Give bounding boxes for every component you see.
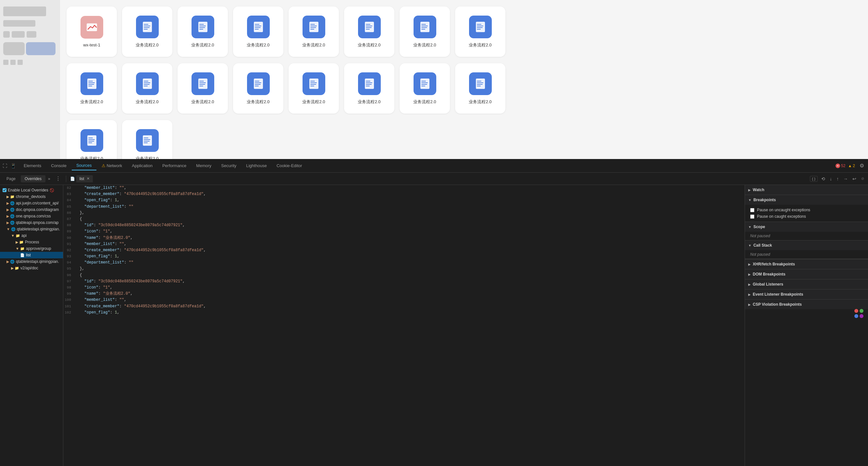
tree-folder-api[interactable]: ▼ 📁 api — [0, 232, 63, 239]
pause-uncaught-option[interactable]: Pause on uncaught exceptions — [750, 207, 863, 213]
app-card-row2-5[interactable]: 业务流程2.0 — [288, 63, 339, 114]
app-card-row2-7[interactable]: 业务流程2.0 — [400, 63, 450, 114]
tree-folder-approve-group[interactable]: ▼ 📁 approve/group — [0, 245, 63, 252]
breakpoints-options: Pause on uncaught exceptions Pause on ca… — [745, 205, 868, 222]
tree-globe-one[interactable]: ▶ 🌐 one.qmpoa.com/css — [0, 213, 63, 219]
flow-icon-r2-8 — [469, 72, 492, 95]
pause-uncaught-checkbox[interactable] — [750, 208, 754, 212]
flow-label-r1-7: 业务流程2.0 — [413, 42, 436, 48]
devtools-settings-icon[interactable]: ⚙ — [858, 161, 865, 170]
toolbar-divider — [66, 176, 66, 182]
file-tree-panel: Enable Local Overrides 🚫 ▶ 📁 chrome_devt… — [0, 185, 63, 466]
svg-rect-56 — [309, 79, 318, 89]
warning-count[interactable]: ▲ 2 — [848, 163, 855, 168]
breakpoints-header[interactable]: ▼ Breakpoints — [745, 195, 868, 205]
svg-rect-16 — [309, 22, 318, 32]
global-listeners-header[interactable]: ▶ Global Listeners — [745, 279, 868, 289]
app-card-wx-test-1[interactable]: wx-test-1 — [66, 6, 117, 57]
app-card-row2-8[interactable]: 业务流程2.0 — [455, 63, 505, 114]
globe-label-doc: doc.qmpoa.com/diagram — [16, 207, 59, 212]
flow-label-r2-5: 业务流程2.0 — [302, 99, 325, 105]
svg-rect-46 — [198, 79, 208, 89]
csp-header[interactable]: ▶ CSP Violation Breakpoints — [745, 299, 868, 309]
error-count[interactable]: ✕ 52 — [836, 163, 845, 168]
globe-label-qtabletestapi: qtabletestapi.qimingpian. — [17, 227, 60, 231]
secondary-tab-page[interactable]: Page — [3, 175, 20, 182]
app-card-row1-4[interactable]: 业务流程2.0 — [233, 6, 283, 57]
call-stack-title: Call Stack — [753, 243, 772, 248]
app-card-row1-6[interactable]: 业务流程2.0 — [344, 6, 394, 57]
tab-elements[interactable]: Elements — [19, 161, 46, 170]
call-stack-header[interactable]: ▼ Call Stack — [745, 241, 868, 250]
code-line-91: 91 "member_list": "", — [63, 241, 745, 247]
code-editor[interactable]: 82 "member_list": "", 83 "create_member"… — [63, 185, 745, 466]
tree-folder-v2[interactable]: ▶ 📁 v2/api/doc — [0, 265, 63, 271]
dom-bp-header[interactable]: ▶ DOM Breakpoints — [745, 269, 868, 279]
watch-header[interactable]: ▶ Watch — [745, 185, 868, 195]
tree-folder-chrome-devtools[interactable]: ▶ 📁 chrome_devtools — [0, 193, 63, 200]
devtools-inspect-icon[interactable]: ⛶ — [3, 163, 7, 168]
sidebar-placeholder-2 — [3, 20, 35, 27]
toolbar-step-over-icon[interactable]: ⟲ — [820, 175, 826, 182]
override-clear-icon[interactable]: 🚫 — [50, 188, 54, 192]
pause-caught-option[interactable]: Pause on caught exceptions — [750, 213, 863, 220]
tree-globe-doc[interactable]: ▶ 🌐 doc.qmpoa.com/diagram — [0, 207, 63, 213]
tree-globe-qtabletestapi[interactable]: ▼ 🌐 qtabletestapi.qimingpian. — [0, 226, 63, 232]
file-tab-close-icon[interactable]: ✕ — [87, 177, 90, 181]
secondary-tab-more-icon[interactable]: » — [47, 175, 52, 182]
tab-file-list[interactable]: list ✕ — [76, 175, 93, 182]
tab-application[interactable]: Application — [127, 161, 157, 170]
toolbar-step-into-icon[interactable]: ↓ — [829, 175, 833, 182]
flow-label-r3-2: 业务流程2.0 — [136, 156, 158, 159]
tree-globe-juejin[interactable]: ▶ 🌐 api.juejin.cn/content_api/ — [0, 200, 63, 207]
watch-title: Watch — [753, 188, 765, 192]
tree-globe-qtabletestapi-2[interactable]: ▶ 🌐 qtabletestapi.qimingpian. — [0, 258, 63, 265]
app-card-row1-2[interactable]: 业务流程2.0 — [122, 6, 173, 57]
app-card-row2-1[interactable]: 业务流程2.0 — [66, 63, 117, 114]
flow-icon-r1-8 — [469, 15, 492, 38]
devtools-device-icon[interactable]: 📱 — [10, 163, 16, 168]
code-line-98: 98 "icon": "1", — [63, 285, 745, 291]
app-card-row1-3[interactable]: 业务流程2.0 — [178, 6, 228, 57]
app-card-row3-2[interactable]: 业务流程2.0 — [122, 120, 173, 159]
svg-rect-71 — [476, 79, 485, 89]
xhr-fetch-header[interactable]: ▶ XHR/fetch Breakpoints — [745, 259, 868, 269]
app-card-row2-2[interactable]: 业务流程2.0 — [122, 63, 173, 114]
toolbar-step-out-icon[interactable]: ↑ — [836, 175, 840, 182]
app-card-row1-7[interactable]: 业务流程2.0 — [400, 6, 450, 57]
tab-lighthouse[interactable]: Lighthouse — [242, 161, 271, 170]
app-grid-row-3: 业务流程2.0 业务流程2.0 — [66, 120, 862, 159]
tree-globe-qtable[interactable]: ▶ 🌐 qtableapi.qmpoa.com/ap — [0, 219, 63, 226]
secondary-tab-overrides[interactable]: Overrides — [21, 175, 45, 182]
toolbar-format-icon[interactable]: { } — [810, 176, 818, 182]
tab-memory[interactable]: Memory — [191, 161, 216, 170]
tab-network[interactable]: ⚠Network — [97, 161, 127, 170]
flow-label-r1-2: 业务流程2.0 — [136, 42, 158, 48]
tab-performance[interactable]: Performance — [158, 161, 191, 170]
app-card-row2-3[interactable]: 业务流程2.0 — [178, 63, 228, 114]
app-card-row2-4[interactable]: 业务流程2.0 — [233, 63, 283, 114]
event-listeners-header[interactable]: ▶ Event Listener Breakpoints — [745, 289, 868, 299]
app-card-row1-5[interactable]: 业务流程2.0 — [288, 6, 339, 57]
app-card-row3-1[interactable]: 业务流程2.0 — [66, 120, 117, 159]
tab-console[interactable]: Console — [46, 161, 71, 170]
toolbar-deactivate-bp-icon[interactable]: ⊘ — [861, 177, 864, 181]
tab-security[interactable]: Security — [217, 161, 241, 170]
file-label-list: list — [26, 253, 31, 257]
scope-header[interactable]: ▼ Scope — [745, 222, 868, 232]
pause-caught-checkbox[interactable] — [750, 215, 754, 219]
enable-local-overrides-item[interactable]: Enable Local Overrides 🚫 — [0, 187, 63, 193]
enable-local-overrides-checkbox[interactable] — [3, 188, 6, 192]
app-card-row2-6[interactable]: 业务流程2.0 — [344, 63, 394, 114]
tab-sources[interactable]: Sources — [72, 161, 96, 170]
tab-cookie-editor[interactable]: Cookie-Editor — [272, 161, 307, 170]
global-listeners-arrow-icon: ▶ — [748, 283, 751, 286]
secondary-tab-kebab-icon[interactable]: ⋮ — [53, 174, 63, 183]
tree-file-list[interactable]: 📄 list — [0, 252, 63, 258]
flow-label-r1-6: 业务流程2.0 — [358, 42, 380, 48]
app-card-row1-8[interactable]: 业务流程2.0 — [455, 6, 505, 57]
source-file-icon: 📄 — [70, 177, 75, 181]
toolbar-resume-icon[interactable]: → — [842, 175, 849, 182]
tree-folder-process[interactable]: ▶ 📁 Process — [0, 239, 63, 245]
toolbar-deactivate-icon[interactable]: ↩ — [851, 175, 857, 182]
